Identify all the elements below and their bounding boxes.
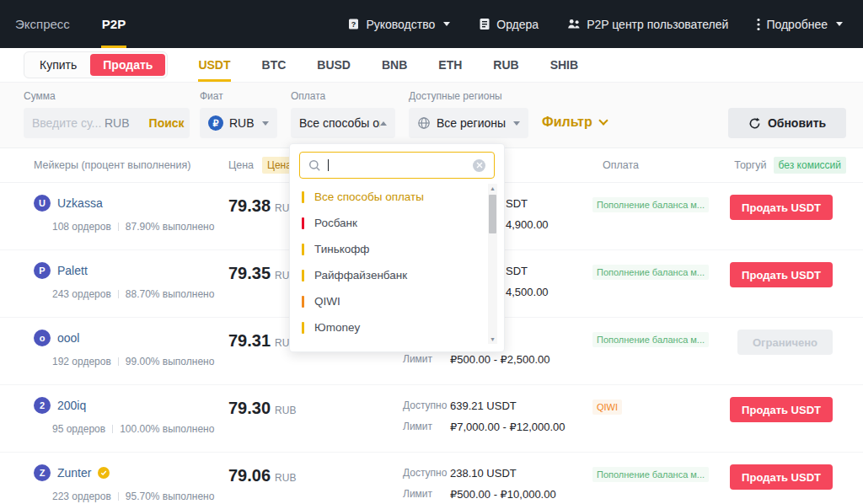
scroll-up-icon[interactable]: ▲ [490,184,496,193]
maker-stats: 243 ордеров88.70% выполнено [52,288,228,300]
coin-tab-busd[interactable]: BUSD [317,48,351,82]
limit-value: ₽7,000.00 - ₽12,000.00 [450,421,566,434]
available-label: Доступно [403,399,450,413]
amount-currency: RUB [105,116,130,130]
orders-count: 223 ордеров [52,491,111,502]
maker-name[interactable]: oool [57,331,79,345]
maker-stats: 108 ордеров87.90% выполнено [52,221,228,233]
chevron-down-icon [443,22,450,26]
payment-option-label: Все способы оплаты [314,190,424,203]
payment-cell: Пополнение баланса м... [592,195,725,249]
buy-tab[interactable]: Купить [26,54,90,76]
payment-color-bar [302,296,304,308]
topnav-tab-p2p[interactable]: P2P [102,0,126,48]
limit-line: Лимит₽500.00 - ₽2,500.00 [403,353,592,367]
payment-option[interactable]: Все способы оплаты [290,184,504,210]
available-value: 238.10 USDT [450,467,517,480]
filter-expand-button[interactable]: Фильтр [542,115,607,130]
coin-tab-eth[interactable]: ETH [438,48,462,82]
topnav-link-label: Ордера [496,18,539,31]
col-payment: Оплата [592,159,725,171]
scroll-down-icon[interactable]: ▼ [490,335,496,344]
orders-icon [479,18,490,30]
payment-method-chip: Пополнение баланса м... [592,332,709,347]
sell-usdt-button[interactable]: Продать USDT [730,262,833,287]
orders-count: 108 ордеров [52,221,111,233]
payment-option-label: QIWI [314,295,340,308]
payment-option[interactable]: Райффайзенбанк [290,262,504,288]
topnav-tabs: ЭкспрессP2P [15,0,158,48]
sell-usdt-button[interactable]: Продать USDT [730,397,833,422]
col-trade-label: Торгуй [734,159,766,171]
limit-label: Лимит [403,488,450,501]
dropdown-search-box [299,152,495,179]
svg-text:?: ? [351,20,356,29]
coin-tab-btc[interactable]: BTC [262,48,287,82]
action-cell: Ограничено [725,330,846,384]
maker-identity: PPalett [34,262,228,279]
maker-cell: UUzkassa108 ордеров87.90% выполнено [34,195,228,249]
more-icon [757,18,760,31]
refresh-button[interactable]: Обновить [728,108,846,138]
payment-option[interactable]: QIWI [290,288,504,314]
topnav-links: ?РуководствоОрдераP2P центр пользователе… [347,0,843,48]
payment-color-bar [302,322,304,334]
scrollbar-thumb[interactable] [489,195,496,233]
coin-tab-usdt[interactable]: USDT [198,48,230,82]
price: 79.31 [228,331,271,351]
topnav-link[interactable]: P2P центр пользователей [567,18,728,31]
maker-name[interactable]: Zunter [57,466,91,480]
coin-tabs: USDTBTCBUSDBNBETHRUBSHIB [198,48,609,82]
completion-rate: 100.00% выполнено [120,423,214,435]
regions-filter-group: Доступные регионы Все регионы [395,90,528,138]
coin-tab-rub[interactable]: RUB [493,48,518,82]
payment-method-chip: QIWI [592,399,622,415]
coin-tab-bnb[interactable]: BNB [382,48,407,82]
users-icon [567,18,581,30]
amount-input[interactable] [32,116,103,130]
limit-label: Лимит [403,421,450,434]
payment-option-label: Тинькофф [314,243,369,255]
maker-cell: PPalett243 ордеров88.70% выполнено [34,262,228,317]
maker-stats: 192 ордеров99.00% выполнено [52,356,228,367]
topnav-link[interactable]: Подробнее [757,18,843,31]
regions-select[interactable]: Все регионы [409,108,528,138]
fiat-select[interactable]: ₽ RUB [200,108,277,138]
price-cell: 79.06RUB [228,464,403,504]
maker-name[interactable]: 200iq [57,399,86,412]
sell-tab[interactable]: Продать [90,54,165,76]
table-row: ZZunter223 ордеров95.70% выполнено79.06R… [0,453,863,504]
payment-color-bar [302,270,304,281]
maker-cell: ooool192 ордеров99.00% выполнено [34,330,228,384]
amount-search-button[interactable]: Поиск [149,116,185,130]
maker-name[interactable]: Palett [57,264,88,277]
clear-icon[interactable] [473,159,485,172]
avatar: U [34,195,51,212]
payment-option[interactable]: Росбанк [290,210,504,236]
sell-usdt-button[interactable]: Продать USDT [730,195,833,220]
payment-cell: QIWI [592,397,725,452]
available-value: 639.21 USDT [450,399,517,413]
rub-coin-icon: ₽ [208,115,223,131]
amount-control: RUB Поиск [24,108,190,138]
payment-option[interactable]: Юmoney [290,314,504,340]
avatar: 2 [34,397,51,414]
col-makers: Мейкеры (процент выполнения) [34,159,228,171]
fiat-value: RUB [229,116,255,130]
topnav-link[interactable]: ?Руководство [347,18,450,31]
buy-sell-toggle: Купить Продать [24,51,168,78]
sell-usdt-button[interactable]: Продать USDT [730,464,833,490]
coin-tab-shib[interactable]: SHIB [550,48,578,82]
available-line: Доступно238.10 USDT [403,467,592,480]
filter-bar: Сумма RUB Поиск Фиат ₽ RUB Оплата Все сп… [0,83,863,148]
available-limit-cell: Доступно639.21 USDTЛимит₽7,000.00 - ₽12,… [403,397,592,452]
dropdown-search-input[interactable] [335,159,466,172]
payment-option[interactable]: Тинькофф [290,236,504,262]
topnav-tab-экспресс[interactable]: Экспресс [15,0,70,48]
payment-select[interactable]: Все способы опла... [291,108,395,138]
topnav-link[interactable]: Ордера [479,18,539,31]
divider [118,357,119,366]
maker-name[interactable]: Uzkassa [57,196,103,210]
chevron-down-icon [513,121,520,126]
maker-identity: 2200iq [34,397,228,414]
